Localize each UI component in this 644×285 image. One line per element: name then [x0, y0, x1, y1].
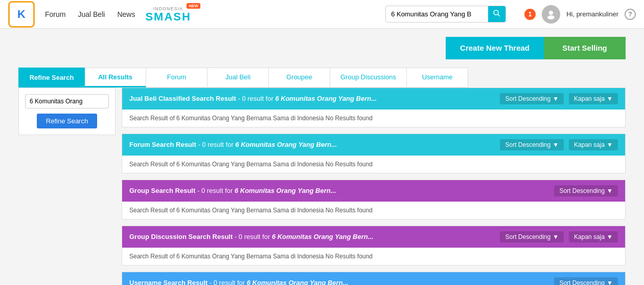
result-body-forum: Search Result of 6 Komunitas Orang Yang …: [122, 156, 625, 173]
result-body-jual-beli: Search Result of 6 Komunitas Orang Yang …: [122, 109, 625, 127]
tab-group-discussions[interactable]: Group Discussions: [330, 68, 407, 87]
result-header-jual-beli: Jual Beli Classified Search Result - 0 r…: [122, 88, 625, 109]
logo-letter: K: [17, 8, 26, 21]
kapan-button-forum[interactable]: Kapan saja ▼: [569, 139, 618, 150]
result-section-forum: Forum Search Result - 0 result for 6 Kom…: [122, 134, 626, 173]
brand-new-badge: NEW: [187, 3, 200, 9]
result-header-group: Group Search Result - 0 result for 6 Kom…: [122, 180, 625, 202]
sort-button-username[interactable]: Sort Descending ▼: [554, 277, 618, 286]
logo[interactable]: K: [8, 1, 35, 28]
help-icon[interactable]: ?: [625, 9, 636, 20]
create-thread-button[interactable]: Create New Thread: [446, 37, 544, 59]
svg-point-3: [547, 15, 555, 19]
tab-username[interactable]: Username: [407, 68, 468, 87]
sort-button-group-discussion[interactable]: Sort Descending ▼: [500, 231, 564, 243]
result-section-username: Username Search Result - 0 result for 6 …: [122, 272, 626, 286]
result-title-group: Group Search Result - 0 result for 6 Kom…: [129, 187, 336, 194]
result-title-forum: Forum Search Result - 0 result for 6 Kom…: [129, 141, 337, 148]
tab-groupee[interactable]: Groupee: [269, 68, 330, 87]
result-section-jual-beli: Jual Beli Classified Search Result - 0 r…: [122, 87, 626, 127]
content-area: Refine Search Jual Beli Classified Searc…: [18, 87, 626, 286]
nav-forum[interactable]: Forum: [45, 10, 65, 18]
brand-logo[interactable]: INDONESIA SMASH NEW: [145, 6, 191, 23]
result-title-username: Username Search Result - 0 result for 6 …: [129, 279, 348, 285]
sidebar-refine-button[interactable]: Refine Search: [37, 114, 97, 128]
result-header-right-username: Sort Descending ▼: [554, 277, 618, 286]
main-container: Create New Thread Start Selling Refine S…: [10, 29, 634, 285]
action-bar: Create New Thread Start Selling: [18, 37, 626, 59]
result-body-group-discussion: Search Result of 6 Komunitas Orang Yang …: [122, 248, 625, 265]
nav-links: Forum Jual Beli News: [45, 10, 135, 18]
result-header-right-jual-beli: Sort Descending ▼ Kapan saja ▼: [500, 93, 618, 104]
sort-button-forum[interactable]: Sort Descending ▼: [500, 139, 564, 150]
results-area: Jual Beli Classified Search Result - 0 r…: [122, 87, 626, 286]
result-title-jual-beli: Jual Beli Classified Search Result - 0 r…: [129, 95, 377, 102]
sidebar: Refine Search: [18, 87, 116, 135]
search-button[interactable]: [488, 6, 505, 22]
navbar: K Forum Jual Beli News INDONESIA SMASH N…: [0, 0, 644, 29]
sort-button-group[interactable]: Sort Descending ▼: [554, 185, 618, 196]
result-header-right-group-discussion: Sort Descending ▼ Kapan saja ▼: [500, 231, 618, 243]
result-section-group-discussion: Group Discussion Search Result - 0 resul…: [122, 226, 626, 266]
user-avatar[interactable]: [542, 5, 560, 24]
notification-badge[interactable]: 1: [524, 9, 536, 20]
result-body-group: Search Result of 6 Komunitas Orang Yang …: [122, 202, 625, 219]
tabs-container: Refine Search All Results Forum Jual Bel…: [18, 68, 626, 87]
svg-point-2: [549, 11, 553, 15]
result-header-group-discussion: Group Discussion Search Result - 0 resul…: [122, 226, 625, 248]
result-header-forum: Forum Search Result - 0 result for 6 Kom…: [122, 134, 625, 156]
result-header-right-group: Sort Descending ▼: [554, 185, 618, 196]
nav-news[interactable]: News: [117, 10, 135, 18]
kapan-button-group-discussion[interactable]: Kapan saja ▼: [569, 231, 618, 243]
result-header-username: Username Search Result - 0 result for 6 …: [122, 272, 625, 286]
kapan-button-jual-beli[interactable]: Kapan saja ▼: [569, 93, 618, 104]
sidebar-search-input[interactable]: [25, 94, 109, 108]
result-header-right-forum: Sort Descending ▼ Kapan saja ▼: [500, 139, 618, 150]
svg-point-0: [494, 10, 498, 15]
nav-right: 1 Hi, premankuliner ?: [524, 5, 636, 24]
tab-forum[interactable]: Forum: [146, 68, 208, 87]
tab-all-results[interactable]: All Results: [85, 68, 146, 87]
result-title-group-discussion: Group Discussion Search Result - 0 resul…: [129, 233, 374, 240]
tab-refine-search[interactable]: Refine Search: [18, 68, 85, 87]
result-section-group: Group Search Result - 0 result for 6 Kom…: [122, 180, 626, 220]
search-input[interactable]: [386, 7, 488, 21]
tab-jual-beli[interactable]: Jual Beli: [208, 68, 269, 87]
nav-jual-beli[interactable]: Jual Beli: [78, 10, 105, 18]
user-name[interactable]: Hi, premankuliner: [566, 10, 618, 18]
search-box: [385, 6, 506, 23]
sort-button-jual-beli[interactable]: Sort Descending ▼: [500, 93, 564, 104]
search-icon: [493, 10, 500, 17]
brand-name: SMASH: [145, 11, 191, 23]
start-selling-button[interactable]: Start Selling: [544, 37, 626, 59]
avatar-icon: [546, 9, 556, 19]
svg-line-1: [498, 14, 500, 16]
